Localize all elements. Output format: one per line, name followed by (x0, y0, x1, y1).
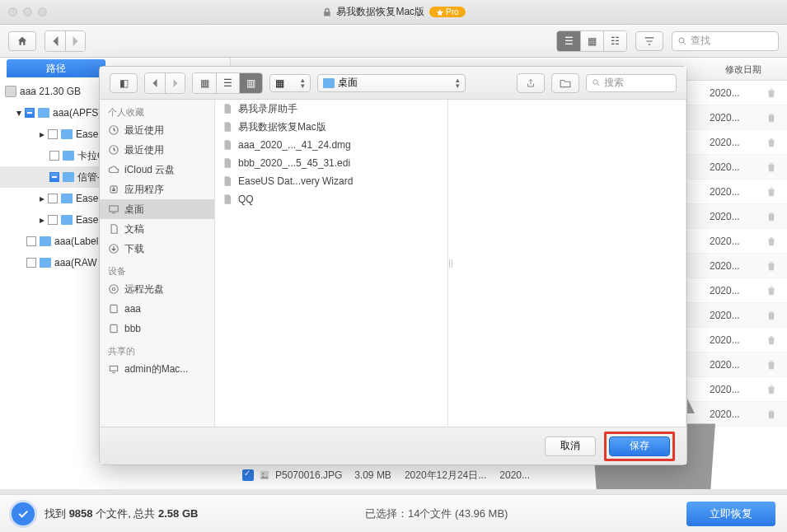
svg-point-0 (679, 38, 684, 43)
column-item[interactable]: 易我录屏助手 (215, 100, 447, 118)
list-view-button[interactable]: ☰ (557, 31, 580, 51)
window-titlebar: 易我数据恢复Mac版 Pro (0, 0, 787, 25)
filter-button[interactable] (635, 31, 663, 51)
sidebar-item[interactable]: 最近使用 (100, 140, 214, 160)
doc-icon (108, 223, 119, 235)
sheet-view-toggle[interactable]: ▦ ☰ ▥ (192, 72, 263, 94)
folder-icon (40, 236, 51, 246)
back-button[interactable] (145, 73, 165, 93)
trash-icon[interactable] (766, 334, 777, 346)
checkbox-icon[interactable] (49, 151, 59, 161)
sidebar-item[interactable]: 文稿 (100, 219, 214, 239)
sidebar-toggle-button[interactable]: ◧ (110, 73, 138, 93)
checkbox-icon[interactable] (25, 108, 35, 118)
back-button[interactable] (45, 31, 65, 51)
trash-icon[interactable] (766, 211, 777, 222)
checkbox-icon[interactable] (48, 129, 58, 139)
trash-icon[interactable] (766, 260, 777, 272)
file-row[interactable]: P5070016.JPG 3.09 MB 2020年12月24日... 2020… (232, 464, 787, 486)
svg-rect-7 (110, 206, 119, 212)
sidebar-item[interactable]: admin的Mac... (100, 359, 214, 379)
sheet-search[interactable]: 搜索 (586, 74, 677, 92)
folder-icon (63, 151, 74, 161)
total-size: 2.58 GB (158, 507, 198, 520)
minimize-window-icon[interactable] (23, 7, 32, 16)
sheet-nav[interactable] (144, 72, 185, 94)
column-view[interactable]: ▥ (239, 73, 262, 93)
sidebar-item[interactable]: 应用程序 (100, 180, 214, 199)
trash-icon[interactable] (766, 161, 777, 173)
sidebar-item[interactable]: 下载 (100, 239, 214, 259)
column-view-button[interactable]: ☷ (603, 31, 626, 51)
checkbox-icon[interactable] (26, 236, 36, 246)
selection-info: 已选择：14个文件 (43.96 MB) (365, 506, 508, 521)
share-icon (526, 78, 536, 88)
zoom-window-icon[interactable] (38, 7, 47, 16)
folder-icon (61, 129, 73, 139)
sidebar-item[interactable]: 远程光盘 (100, 279, 214, 299)
list-view[interactable]: ☰ (216, 73, 239, 93)
trash-icon[interactable] (766, 87, 777, 99)
net-icon (108, 363, 119, 375)
checkbox-icon[interactable] (49, 172, 59, 182)
down-icon (108, 243, 119, 254)
star-icon (436, 8, 444, 16)
sidebar-item[interactable]: 最近使用 (100, 120, 214, 140)
checkbox-icon[interactable] (48, 194, 58, 203)
checkbox-icon[interactable] (242, 469, 254, 481)
new-folder-button[interactable] (551, 73, 579, 93)
clock-icon (108, 144, 119, 156)
folder-icon (40, 258, 51, 268)
main-toolbar: ☰ ▦ ☷ 查找 (0, 25, 787, 58)
search-input[interactable]: 查找 (672, 31, 779, 51)
folder-icon (63, 172, 74, 182)
column-item[interactable]: bbb_2020_...5_45_31.edi (215, 154, 447, 172)
forward-button[interactable] (165, 73, 185, 93)
column-item[interactable]: 易我数据恢复Mac版 (215, 118, 447, 136)
nav-back-forward[interactable] (45, 30, 86, 52)
folder-icon (38, 108, 49, 118)
share-button[interactable] (517, 73, 545, 93)
trash-icon[interactable] (766, 310, 777, 321)
grouping-select[interactable]: ▦▴▾ (269, 74, 311, 92)
close-window-icon[interactable] (8, 7, 17, 16)
column-item[interactable]: QQ (215, 190, 447, 208)
save-dialog-footer: 取消 保存 (100, 427, 686, 464)
column-item[interactable]: aaa_2020_..._41_24.dmg (215, 136, 447, 154)
desktop-icon (108, 203, 119, 215)
save-button[interactable]: 保存 (609, 436, 670, 456)
trash-icon[interactable] (766, 137, 777, 148)
trash-icon[interactable] (766, 236, 777, 247)
found-count: 9858 (69, 507, 93, 520)
svg-point-10 (112, 287, 115, 291)
image-file-icon (259, 469, 270, 481)
hdd-icon (108, 323, 119, 334)
sidebar-section-devices: 设备 (100, 259, 214, 279)
sidebar-item[interactable]: aaa (100, 299, 214, 319)
recover-button[interactable]: 立即恢复 (686, 502, 775, 526)
sidebar-item[interactable]: 桌面 (100, 199, 214, 219)
search-icon (592, 78, 601, 87)
checkbox-icon[interactable] (26, 258, 36, 268)
window-controls[interactable] (8, 7, 47, 16)
cancel-button[interactable]: 取消 (545, 436, 596, 456)
trash-icon[interactable] (766, 186, 777, 198)
trash-icon[interactable] (766, 112, 777, 124)
home-button[interactable] (8, 31, 36, 51)
forward-button[interactable] (65, 31, 85, 51)
lock-icon (321, 7, 331, 17)
location-select[interactable]: 桌面 ▴▾ (317, 74, 466, 92)
trash-icon[interactable] (766, 285, 777, 296)
file-column[interactable]: 易我录屏助手易我数据恢复Mac版aaa_2020_..._41_24.dmgbb… (215, 100, 448, 427)
column-item[interactable]: EaseUS Dat...very Wizard (215, 172, 447, 190)
checkbox-icon[interactable] (48, 215, 58, 225)
sidebar-item[interactable]: bbb (100, 319, 214, 338)
svg-rect-11 (110, 305, 117, 312)
view-mode-toggle[interactable]: ☰ ▦ ☷ (556, 30, 627, 52)
grid-view-button[interactable]: ▦ (580, 31, 603, 51)
save-dialog: ◧ ▦ ☰ ▥ ▦▴▾ 桌面 ▴▾ 搜索 个人收藏 (99, 66, 687, 465)
column-date[interactable]: 修改日期 (725, 63, 761, 76)
path-tab[interactable]: 路径 (7, 59, 105, 77)
icon-view[interactable]: ▦ (193, 73, 216, 93)
sidebar-item[interactable]: iCloud 云盘 (100, 160, 214, 180)
